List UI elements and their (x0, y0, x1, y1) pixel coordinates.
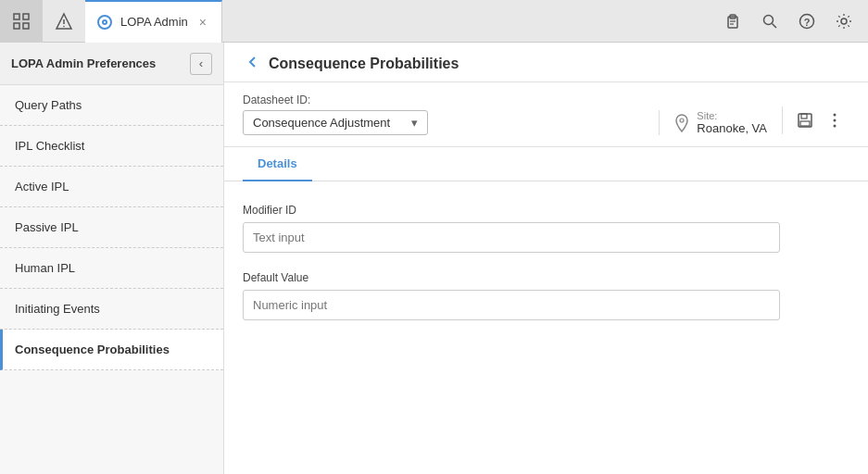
main-layout: LOPA Admin Preferences ‹ Query Paths IPL… (0, 43, 868, 474)
back-icon (246, 56, 259, 69)
save-button[interactable] (790, 106, 820, 135)
sidebar-item-human-ipl[interactable]: Human IPL (0, 248, 223, 289)
svg-point-6 (63, 25, 65, 27)
site-value: Roanoke, VA (697, 121, 767, 135)
top-bar-left: LOPA Admin × (0, 0, 222, 43)
modifier-id-label: Modifier ID (243, 204, 849, 217)
datasheet-dropdown[interactable]: Consequence Adjustment ▾ (243, 110, 428, 135)
toolbar-actions (782, 106, 849, 135)
lopa-tab-icon (96, 14, 113, 31)
site-section: Site: Roanoke, VA (659, 110, 767, 135)
lopa-tab-label: LOPA Admin (120, 15, 188, 29)
toolbar-divider (782, 106, 783, 134)
svg-rect-1 (23, 14, 29, 19)
form-content: Modifier ID Default Value (224, 181, 868, 474)
grid-icon-button[interactable] (0, 0, 43, 43)
content-area: Consequence Probabilities Datasheet ID: … (224, 43, 868, 474)
more-options-icon (833, 113, 837, 128)
collapse-button[interactable]: ‹ (190, 53, 212, 75)
save-icon (797, 112, 813, 129)
sidebar-item-human-ipl-label: Human IPL (15, 261, 75, 275)
dropdown-arrow-icon: ▾ (411, 116, 418, 130)
sidebar-item-passive-ipl[interactable]: Passive IPL (0, 207, 223, 248)
svg-line-15 (773, 23, 777, 28)
help-button[interactable]: ? (790, 5, 824, 38)
site-label: Site: (697, 110, 767, 121)
sidebar-item-initiating-events[interactable]: Initiating Events (0, 289, 223, 330)
lopa-admin-tab[interactable]: LOPA Admin × (85, 0, 222, 43)
grid-icon (12, 12, 31, 31)
modifier-id-group: Modifier ID (243, 204, 849, 253)
top-bar-right: ? (716, 5, 868, 38)
sidebar-title: LOPA Admin Preferences (11, 56, 156, 70)
search-icon (761, 13, 778, 30)
search-button[interactable] (753, 5, 786, 38)
svg-rect-0 (14, 14, 19, 19)
tab-details[interactable]: Details (243, 147, 312, 181)
sidebar-item-ipl-checklist[interactable]: IPL Checklist (0, 126, 223, 167)
gear-icon (836, 13, 852, 30)
clipboard-icon (724, 13, 741, 30)
page-title: Consequence Probabilities (269, 56, 459, 72)
more-options-button[interactable] (820, 106, 849, 135)
location-pin-icon (674, 114, 689, 132)
clipboard-button[interactable] (716, 5, 749, 38)
sidebar-item-consequence-probabilities-label: Consequence Probabilities (15, 343, 170, 356)
default-value-input[interactable] (243, 290, 780, 320)
top-bar: LOPA Admin × ? (0, 0, 868, 43)
default-value-group: Default Value (243, 271, 849, 320)
tab-bar: Details (224, 147, 868, 181)
sidebar-item-active-ipl-label: Active IPL (15, 180, 69, 193)
sidebar-item-ipl-checklist-label: IPL Checklist (15, 139, 84, 153)
svg-point-25 (834, 125, 837, 128)
settings-button[interactable] (827, 5, 861, 38)
svg-text:?: ? (804, 17, 811, 28)
sidebar-item-query-paths-label: Query Paths (15, 98, 82, 112)
sidebar-item-query-paths[interactable]: Query Paths (0, 85, 223, 126)
alert-icon-button[interactable] (43, 0, 85, 43)
back-button[interactable] (243, 56, 263, 72)
svg-point-19 (680, 118, 684, 122)
svg-point-9 (104, 21, 106, 23)
svg-rect-3 (23, 23, 29, 29)
tab-details-label: Details (258, 156, 297, 170)
content-toolbar: Datasheet ID: Consequence Adjustment ▾ S… (224, 82, 868, 147)
sidebar-item-passive-ipl-label: Passive IPL (15, 220, 79, 234)
site-info: Site: Roanoke, VA (697, 110, 767, 135)
tab-close-button[interactable]: × (195, 13, 210, 31)
datasheet-value: Consequence Adjustment (253, 116, 390, 130)
svg-point-18 (841, 19, 847, 24)
modifier-id-input[interactable] (243, 222, 780, 253)
content-header: Consequence Probabilities (224, 43, 868, 82)
svg-rect-2 (14, 23, 19, 29)
sidebar-item-active-ipl[interactable]: Active IPL (0, 167, 223, 207)
sidebar-item-consequence-probabilities[interactable]: Consequence Probabilities (0, 330, 223, 370)
alert-icon (55, 12, 73, 31)
sidebar: LOPA Admin Preferences ‹ Query Paths IPL… (0, 43, 224, 474)
default-value-label: Default Value (243, 271, 849, 284)
help-icon: ? (799, 13, 815, 30)
svg-rect-22 (800, 121, 810, 126)
datasheet-id-label: Datasheet ID: (243, 94, 428, 106)
svg-point-14 (764, 15, 774, 24)
svg-point-23 (834, 114, 837, 117)
sidebar-header: LOPA Admin Preferences ‹ (0, 43, 223, 85)
sidebar-item-initiating-events-label: Initiating Events (15, 302, 100, 316)
svg-point-24 (834, 119, 837, 122)
datasheet-section: Datasheet ID: Consequence Adjustment ▾ (243, 94, 428, 135)
